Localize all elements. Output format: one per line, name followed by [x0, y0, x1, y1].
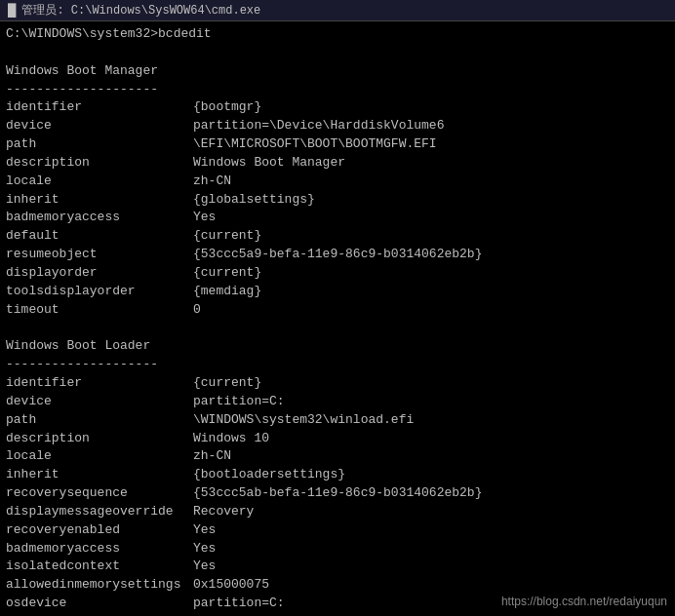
table-row: path\WINDOWS\system32\winload.efi	[6, 411, 669, 430]
row-key: recoveryenabled	[6, 521, 193, 540]
table-row: localezh-CN	[6, 173, 669, 191]
row-key: toolsdisplayorder	[6, 283, 193, 301]
row-value: {bootloadersettings}	[193, 467, 345, 481]
row-key: locale	[6, 447, 193, 466]
table-row: inherit{bootloadersettings}	[6, 466, 669, 484]
table-row: devicepartition=C:	[6, 393, 669, 411]
blank-line	[6, 320, 669, 338]
table-row: default{current}	[6, 227, 669, 246]
table-row: displaymessageoverrideRecovery	[6, 503, 669, 521]
table-row: timeout0	[6, 301, 669, 320]
row-key: osdevice	[6, 595, 193, 613]
table-row: allowedinmemorysettings0x15000075	[6, 576, 669, 595]
table-row: resumeobject{53ccc5a9-befa-11e9-86c9-b03…	[6, 246, 669, 264]
row-value: zh-CN	[193, 173, 231, 188]
row-key: inherit	[6, 191, 193, 210]
section-title-1: Windows Boot Loader	[6, 337, 669, 356]
row-value: Yes	[193, 522, 216, 537]
row-value: Windows Boot Manager	[193, 155, 345, 170]
row-value: \WINDOWS\system32\winload.efi	[193, 412, 414, 427]
row-value: \EFI\MICROSOFT\BOOT\BOOTMGFW.EFI	[193, 136, 437, 151]
row-key: path	[6, 411, 193, 430]
row-value: partition=C:	[193, 596, 285, 610]
row-key: badmemoryaccess	[6, 209, 193, 227]
row-value: {current}	[193, 375, 261, 390]
table-row: badmemoryaccessYes	[6, 540, 669, 558]
row-value: Windows 10	[193, 431, 269, 445]
table-row: identifier{bootmgr}	[6, 98, 669, 117]
row-key: inherit	[6, 466, 193, 484]
row-key: timeout	[6, 301, 193, 320]
row-key: recoverysequence	[6, 484, 193, 503]
row-key: device	[6, 393, 193, 411]
watermark: https://blog.csdn.net/redaiyuqun	[501, 595, 667, 608]
row-value: partition=\Device\HarddiskVolume6	[193, 118, 444, 133]
row-key: badmemoryaccess	[6, 540, 193, 558]
row-key: identifier	[6, 98, 193, 117]
section-divider-0: --------------------	[6, 81, 669, 99]
row-key: displaymessageoverride	[6, 503, 193, 521]
table-row: toolsdisplayorder{memdiag}	[6, 283, 669, 301]
row-key: isolatedcontext	[6, 558, 193, 576]
row-value: {53ccc5a9-befa-11e9-86c9-b0314062eb2b}	[193, 247, 482, 261]
row-value: {current}	[193, 265, 261, 280]
terminal-content: Windows Boot Manager--------------------…	[6, 62, 669, 616]
blank-line-1	[6, 44, 669, 62]
row-key: locale	[6, 173, 193, 191]
section-divider-1: --------------------	[6, 356, 669, 374]
table-row: descriptionWindows Boot Manager	[6, 154, 669, 173]
row-value: Recovery	[193, 504, 254, 519]
row-value: Yes	[193, 210, 216, 224]
table-row: devicepartition=\Device\HarddiskVolume6	[6, 117, 669, 135]
row-key: device	[6, 117, 193, 135]
table-row: path\EFI\MICROSOFT\BOOT\BOOTMGFW.EFI	[6, 135, 669, 154]
row-key: default	[6, 227, 193, 246]
title-bar-icon: █	[8, 3, 16, 19]
terminal[interactable]: C:\WINDOWS\system32>bcdedit Windows Boot…	[0, 21, 675, 616]
row-value: {globalsettings}	[193, 192, 315, 207]
prompt-line: C:\WINDOWS\system32>bcdedit	[6, 25, 669, 44]
table-row: inherit{globalsettings}	[6, 191, 669, 210]
table-row: localezh-CN	[6, 447, 669, 466]
row-key: allowedinmemorysettings	[6, 576, 193, 595]
row-key: path	[6, 135, 193, 154]
row-key: description	[6, 154, 193, 173]
row-key: resumeobject	[6, 246, 193, 264]
table-row: badmemoryaccessYes	[6, 209, 669, 227]
row-value: 0x15000075	[193, 577, 269, 592]
row-value: Yes	[193, 541, 216, 556]
table-row: isolatedcontextYes	[6, 558, 669, 576]
row-key: description	[6, 430, 193, 448]
row-value: {bootmgr}	[193, 99, 261, 114]
row-value: {memdiag}	[193, 284, 261, 298]
row-value: {current}	[193, 228, 261, 243]
row-value: 0	[193, 302, 201, 317]
row-value: partition=C:	[193, 394, 285, 408]
row-key: identifier	[6, 374, 193, 393]
table-row: displayorder{current}	[6, 264, 669, 283]
row-key: displayorder	[6, 264, 193, 283]
title-bar-label: 管理员: C:\Windows\SysWOW64\cmd.exe	[21, 2, 260, 19]
row-value: {53ccc5ab-befa-11e9-86c9-b0314062eb2b}	[193, 485, 482, 500]
row-value: Yes	[193, 558, 216, 573]
row-value: zh-CN	[193, 448, 231, 463]
table-row: descriptionWindows 10	[6, 430, 669, 448]
section-title-0: Windows Boot Manager	[6, 62, 669, 81]
table-row: recoverysequence{53ccc5ab-befa-11e9-86c9…	[6, 484, 669, 503]
title-bar: █ 管理员: C:\Windows\SysWOW64\cmd.exe	[0, 0, 675, 21]
table-row: recoveryenabledYes	[6, 521, 669, 540]
table-row: identifier{current}	[6, 374, 669, 393]
